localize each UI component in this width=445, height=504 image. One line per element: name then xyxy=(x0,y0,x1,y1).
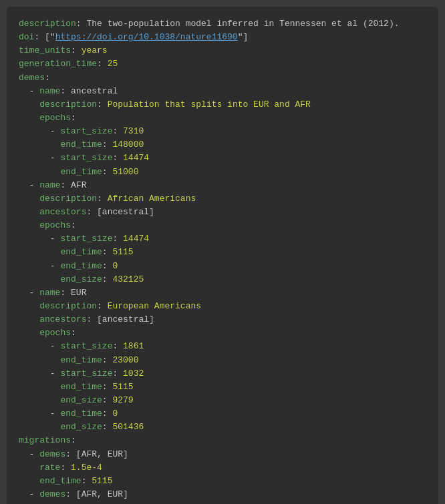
code-line: generation_time: 25 xyxy=(19,57,426,71)
code-line: end_time: 23000 xyxy=(19,354,426,367)
code-line: - end_time: 0 xyxy=(19,407,426,421)
code-line: description: Population that splits into… xyxy=(19,98,426,111)
code-line: end_time: 148000 xyxy=(19,138,426,152)
code-line: - start_size: 7310 xyxy=(19,125,426,138)
code-line: description: The two-population model in… xyxy=(19,17,426,31)
code-line: - name: ancestral xyxy=(19,85,426,98)
code-line: description: European Americans xyxy=(19,300,426,313)
code-line: end_time: 5115 xyxy=(19,381,426,394)
code-line: epochs: xyxy=(19,326,426,340)
code-line: - start_size: 1032 xyxy=(19,367,426,381)
code-line: end_size: 9279 xyxy=(19,394,426,407)
code-line: doi: ["https://doi.org/10.1038/nature116… xyxy=(19,31,426,44)
code-line: migrations: xyxy=(19,434,426,447)
code-line: demes: xyxy=(19,71,426,85)
code-line: end_time: 5115 xyxy=(19,475,426,488)
code-line: rate: 1.5e-4 xyxy=(19,461,426,475)
code-line: - name: EUR xyxy=(19,286,426,300)
code-line: - start_size: 14474 xyxy=(19,152,426,165)
code-block: description: The two-population model in… xyxy=(19,17,426,504)
code-line: - name: AFR xyxy=(19,179,426,192)
code-line: - start_size: 14474 xyxy=(19,232,426,246)
code-line: epochs: xyxy=(19,111,426,125)
code-line: - demes: [AFR, EUR] xyxy=(19,448,426,461)
code-line: end_time: 51000 xyxy=(19,166,426,179)
code-line: time_units: years xyxy=(19,44,426,57)
code-line: epochs: xyxy=(19,219,426,232)
code-line: end_size: 501436 xyxy=(19,421,426,434)
code-container: description: The two-population model in… xyxy=(7,7,438,504)
code-line: end_time: 5115 xyxy=(19,246,426,259)
code-line: - end_time: 0 xyxy=(19,260,426,273)
code-line: - start_size: 1861 xyxy=(19,340,426,353)
code-line: ancestors: [ancestral] xyxy=(19,313,426,326)
doi-link[interactable]: https://doi.org/10.1038/nature11690 xyxy=(55,32,238,42)
code-line: rate: 2.5e-5 xyxy=(19,501,426,504)
code-line: end_size: 432125 xyxy=(19,273,426,286)
code-line: description: African Americans xyxy=(19,192,426,206)
code-line: - demes: [AFR, EUR] xyxy=(19,488,426,501)
code-line: ancestors: [ancestral] xyxy=(19,206,426,219)
